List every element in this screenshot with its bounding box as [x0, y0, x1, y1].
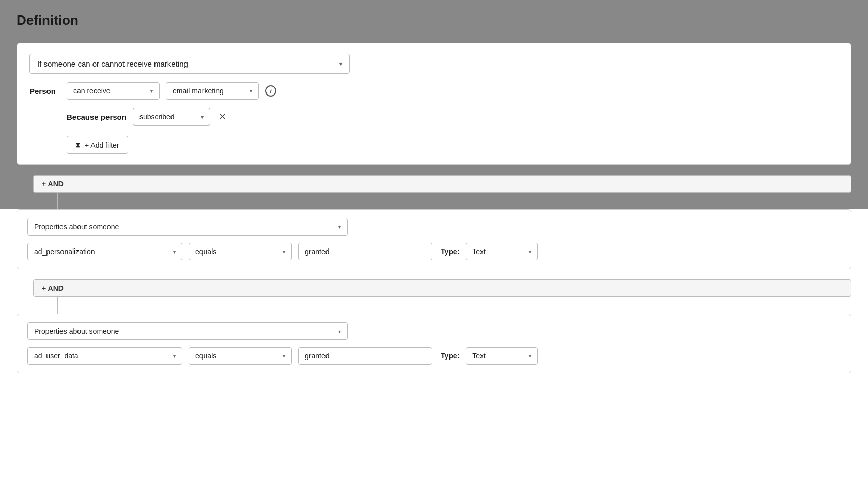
info-icon[interactable]: i: [265, 85, 276, 97]
main-dropdown-row: If someone can or cannot receive marketi…: [29, 54, 839, 74]
email-marketing-arrow: ▾: [250, 88, 252, 94]
block1-type-arrow: ▾: [529, 249, 531, 255]
block1-property-arrow: ▾: [173, 249, 176, 255]
block2-type-dropdown[interactable]: Text ▾: [466, 347, 538, 365]
page-container: Definition If someone can or cannot rece…: [0, 0, 868, 500]
block1-value-input[interactable]: [298, 243, 432, 260]
top-section: Definition If someone can or cannot rece…: [0, 0, 868, 209]
subscribed-value: subscribed: [140, 113, 175, 121]
block2-operator-value: equals: [195, 352, 216, 360]
because-row: Because person subscribed ▾ ✕: [67, 108, 839, 126]
block2-value-input[interactable]: [298, 347, 432, 365]
condition-block-2: Properties about someone ▾ ad_user_data …: [17, 314, 851, 373]
add-filter-label: + Add filter: [85, 141, 119, 149]
main-dropdown[interactable]: If someone can or cannot receive marketi…: [29, 54, 350, 74]
close-icon: ✕: [219, 112, 226, 122]
main-dropdown-value: If someone can or cannot receive marketi…: [37, 59, 188, 68]
block2-category-value: Properties about someone: [34, 327, 119, 335]
block2-category-row: Properties about someone ▾: [27, 322, 841, 340]
block1-operator-dropdown[interactable]: equals ▾: [189, 243, 292, 260]
block1-type-dropdown[interactable]: Text ▾: [466, 243, 538, 260]
block2-operator-arrow: ▾: [283, 353, 285, 359]
because-label: Because person: [67, 113, 127, 121]
block2-property-arrow: ▾: [173, 353, 176, 359]
block2-category-arrow: ▾: [338, 329, 341, 334]
subscribed-arrow: ▾: [201, 114, 204, 120]
filter-icon: ⧗: [75, 140, 81, 149]
connector-1: [57, 193, 58, 209]
info-icon-label: i: [270, 87, 272, 95]
main-dropdown-arrow: ▾: [339, 61, 342, 67]
main-condition-card: If someone can or cannot receive marketi…: [17, 43, 851, 165]
block2-type-label: Type:: [441, 352, 459, 360]
and-button-2-label: + AND: [42, 284, 64, 292]
block1-property-value: ad_personalization: [34, 247, 95, 256]
bottom-section: Properties about someone ▾ ad_personaliz…: [0, 209, 868, 500]
page-title: Definition: [17, 12, 851, 28]
and-button-1[interactable]: + AND: [33, 175, 851, 193]
block2-type-value: Text: [472, 352, 486, 360]
block1-type-value: Text: [472, 247, 486, 256]
can-receive-arrow: ▾: [150, 88, 153, 94]
can-receive-dropdown[interactable]: can receive ▾: [67, 82, 160, 100]
block1-category-dropdown[interactable]: Properties about someone ▾: [27, 218, 348, 236]
person-row: Person can receive ▾ email marketing ▾ i: [29, 82, 839, 100]
can-receive-value: can receive: [73, 87, 111, 95]
block1-inputs-row: ad_personalization ▾ equals ▾ Type: Text…: [27, 243, 841, 260]
block1-operator-arrow: ▾: [283, 249, 285, 255]
block1-property-dropdown[interactable]: ad_personalization ▾: [27, 243, 182, 260]
connector-2: [57, 297, 58, 314]
block1-category-arrow: ▾: [338, 224, 341, 230]
block2-inputs-row: ad_user_data ▾ equals ▾ Type: Text ▾: [27, 347, 841, 365]
condition-block-1: Properties about someone ▾ ad_personaliz…: [17, 209, 851, 269]
block2-property-value: ad_user_data: [34, 352, 79, 360]
block2-operator-dropdown[interactable]: equals ▾: [189, 347, 292, 365]
block2-category-dropdown[interactable]: Properties about someone ▾: [27, 322, 348, 340]
and-button-1-label: + AND: [42, 180, 64, 188]
email-marketing-dropdown[interactable]: email marketing ▾: [166, 82, 259, 100]
person-label: Person: [29, 87, 60, 96]
email-marketing-value: email marketing: [173, 87, 224, 95]
remove-subscribed-button[interactable]: ✕: [216, 111, 228, 122]
block1-category-value: Properties about someone: [34, 223, 119, 231]
block1-operator-value: equals: [195, 247, 216, 256]
subscribed-dropdown[interactable]: subscribed ▾: [133, 108, 210, 126]
and-button-2[interactable]: + AND: [33, 279, 851, 297]
and-section-2: + AND: [17, 269, 851, 314]
and-section-1: + AND: [17, 165, 851, 209]
block1-category-row: Properties about someone ▾: [27, 218, 841, 236]
block2-property-dropdown[interactable]: ad_user_data ▾: [27, 347, 182, 365]
block2-type-arrow: ▾: [529, 353, 531, 359]
add-filter-button[interactable]: ⧗ + Add filter: [67, 136, 128, 154]
block1-type-label: Type:: [441, 247, 459, 256]
